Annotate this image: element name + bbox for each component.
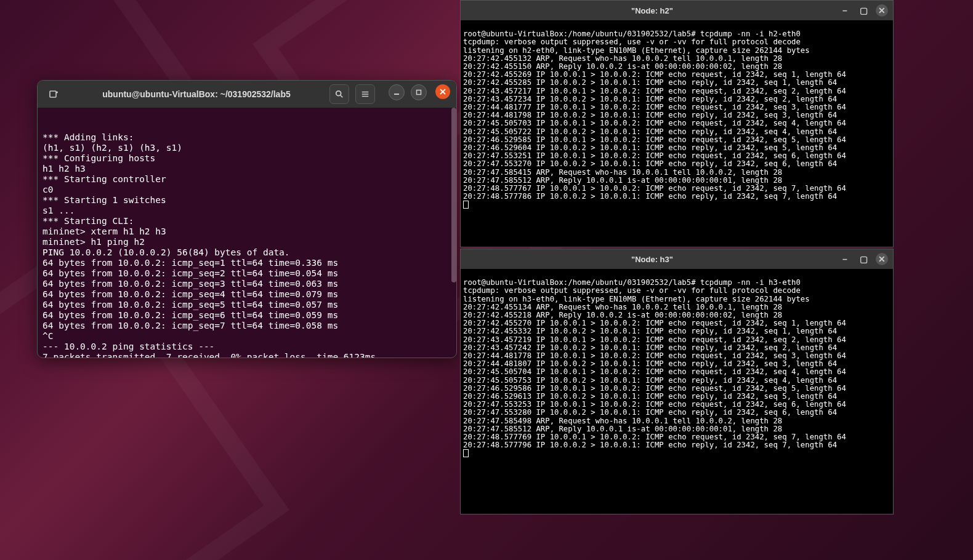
- minimize-button[interactable]: –: [839, 4, 851, 17]
- hamburger-menu-button[interactable]: [355, 84, 375, 104]
- prompt-line: root@ubuntu-VirtualBox:/home/ubuntu/0319…: [463, 30, 801, 38]
- xterm-window-h2[interactable]: "Node: h2" – ▢ ✕ root@ubuntu-VirtualBox:…: [460, 0, 894, 247]
- minimize-button[interactable]: [389, 84, 405, 100]
- maximize-button[interactable]: ▢: [857, 253, 870, 265]
- close-button[interactable]: ✕: [876, 4, 888, 17]
- xterm-titlebar[interactable]: "Node: h2" – ▢ ✕: [461, 1, 893, 20]
- svg-line-11: [440, 89, 445, 94]
- window-title: "Node: h2": [466, 6, 839, 15]
- search-icon: [335, 90, 344, 98]
- scrollbar[interactable]: [451, 108, 456, 282]
- maximize-icon: [416, 89, 422, 95]
- gnome-titlebar[interactable]: ubuntu@ubuntu-VirtualBox: ~/031902532/la…: [38, 81, 456, 108]
- svg-line-10: [440, 89, 445, 94]
- maximize-button[interactable]: ▢: [857, 4, 870, 17]
- terminal-text: tcpdump: verbose output suppressed, use …: [463, 38, 890, 201]
- new-tab-button[interactable]: [44, 84, 63, 104]
- svg-rect-9: [417, 90, 421, 95]
- window-title: ubuntu@ubuntu-VirtualBox: ~/031902532/la…: [65, 89, 328, 99]
- cursor: [463, 449, 469, 457]
- svg-point-3: [336, 91, 341, 96]
- window-title: "Node: h3": [466, 255, 839, 264]
- search-button[interactable]: [329, 84, 349, 104]
- cursor: [463, 201, 469, 209]
- maximize-icon: ▢: [860, 6, 868, 15]
- minimize-button[interactable]: –: [839, 253, 851, 265]
- svg-rect-0: [50, 91, 56, 97]
- close-icon: ✕: [878, 254, 886, 264]
- maximize-icon: ▢: [860, 254, 868, 264]
- minimize-icon: [394, 89, 400, 95]
- minimize-icon: –: [842, 6, 847, 15]
- xterm-titlebar[interactable]: "Node: h3" – ▢ ✕: [461, 249, 893, 269]
- terminal-text: tcpdump: verbose output suppressed, use …: [463, 287, 890, 449]
- close-button[interactable]: ✕: [876, 253, 888, 265]
- terminal-text: *** Adding links: (h1, s1) (h2, s1) (h3,…: [42, 132, 451, 358]
- xterm-window-h3[interactable]: "Node: h3" – ▢ ✕ root@ubuntu-VirtualBox:…: [460, 249, 894, 514]
- gnome-terminal-window[interactable]: ubuntu@ubuntu-VirtualBox: ~/031902532/la…: [37, 80, 457, 358]
- maximize-button[interactable]: [411, 84, 427, 100]
- svg-line-4: [341, 95, 343, 98]
- terminal-output[interactable]: *** Adding links: (h1, s1) (h2, s1) (h3,…: [38, 108, 456, 358]
- prompt-line: root@ubuntu-VirtualBox:/home/ubuntu/0319…: [463, 278, 801, 287]
- terminal-output[interactable]: root@ubuntu-VirtualBox:/home/ubuntu/0319…: [461, 269, 893, 514]
- menu-icon: [361, 90, 369, 98]
- terminal-output[interactable]: root@ubuntu-VirtualBox:/home/ubuntu/0319…: [461, 20, 893, 247]
- minimize-icon: –: [842, 254, 847, 264]
- close-icon: ✕: [878, 6, 886, 15]
- close-button[interactable]: [435, 84, 450, 99]
- close-icon: [440, 89, 446, 95]
